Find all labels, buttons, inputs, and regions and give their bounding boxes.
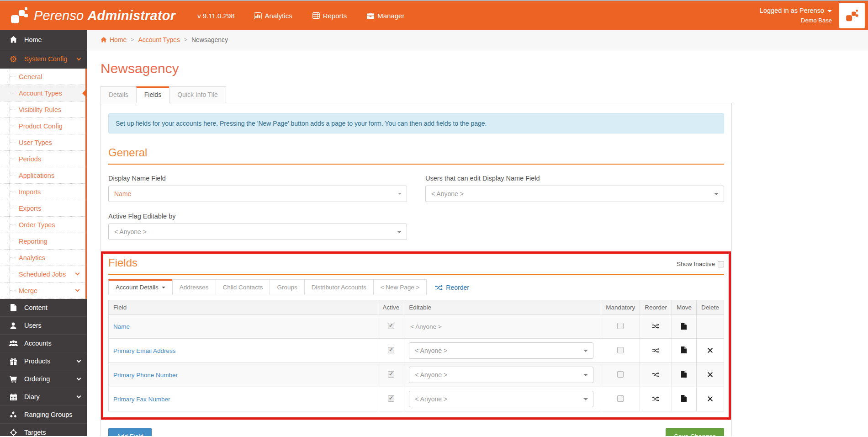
sidebar-item-users[interactable]: Users — [0, 317, 87, 335]
nav-reports[interactable]: Reports — [312, 12, 347, 20]
sidebar-item-user-types[interactable]: User Types — [0, 134, 85, 151]
sidebar-item-product-config[interactable]: Product Config — [0, 118, 85, 134]
editable-select[interactable]: < Anyone > — [409, 342, 593, 359]
reorder-pages-link[interactable]: Reorder — [435, 284, 469, 291]
show-inactive-checkbox[interactable] — [718, 261, 724, 267]
page-tab-new-page[interactable]: < New Page > — [373, 279, 427, 295]
sidebar-item-products[interactable]: Products — [0, 352, 87, 370]
active-flag-label: Active Flag Editable by — [108, 213, 407, 220]
reorder-row-button[interactable] — [652, 396, 659, 401]
sidebar-item-accounts[interactable]: Accounts — [0, 335, 87, 352]
sidebar-item-reporting[interactable]: Reporting — [0, 233, 85, 250]
breadcrumb-account-types[interactable]: Account Types — [138, 36, 180, 43]
brand-logo[interactable]: PerensoAdministrator — [9, 6, 175, 25]
general-form: Display Name Field Name Users that can e… — [108, 175, 724, 240]
user-icon — [8, 322, 19, 329]
sidebar-item-home[interactable]: Home — [0, 30, 87, 49]
reorder-row-button[interactable] — [652, 347, 659, 353]
version-label: v 9.11.0.298 — [197, 12, 234, 20]
sidebar-item-exports[interactable]: Exports — [0, 200, 85, 217]
nav-analytics[interactable]: Analytics — [254, 12, 292, 20]
login-block: Logged in as Perenso Demo Base — [760, 6, 832, 25]
sidebar-item-account-types[interactable]: Account Types — [0, 85, 85, 101]
sidebar-item-content[interactable]: Content — [0, 299, 87, 317]
page-tab-child-contacts[interactable]: Child Contacts — [216, 279, 270, 295]
user-menu-label: Logged in as Perenso — [760, 6, 824, 16]
page-tab-groups[interactable]: Groups — [270, 279, 304, 295]
sidebar-item-analytics[interactable]: Analytics — [0, 250, 85, 266]
app-switcher-tile[interactable] — [839, 3, 865, 28]
nav-manager[interactable]: Manager — [367, 12, 404, 20]
delete-row-button[interactable] — [708, 372, 713, 377]
sidebar-item-system-config[interactable]: ⚙ System Config — [0, 49, 87, 69]
user-menu[interactable]: Logged in as Perenso — [760, 6, 832, 16]
sidebar-item-ordering[interactable]: Ordering — [0, 370, 87, 388]
chevron-down-icon — [77, 376, 81, 380]
sidebar-item-general[interactable]: General — [0, 69, 85, 85]
page-tab-addresses[interactable]: Addresses — [172, 279, 216, 295]
sidebar-item-scheduled-jobs[interactable]: Scheduled Jobs — [0, 266, 85, 282]
fields-table: Field Active Editable Mandatory Reorder … — [108, 300, 724, 411]
reorder-row-button[interactable] — [652, 323, 659, 329]
home-icon — [101, 37, 107, 43]
sidebar-item-imports[interactable]: Imports — [0, 184, 85, 200]
sidebar-item-label: Home — [24, 36, 42, 43]
col-editable: Editable — [404, 300, 601, 315]
delete-row-button[interactable] — [708, 396, 713, 401]
sidebar-item-targets[interactable]: Targets — [0, 424, 87, 436]
sidebar-item-periods[interactable]: Periods — [0, 151, 85, 167]
select-caret-icon — [583, 398, 588, 400]
mandatory-checkbox[interactable] — [617, 371, 624, 378]
sidebar-item-applications[interactable]: Applications — [0, 167, 85, 184]
col-delete: Delete — [696, 300, 724, 315]
delete-row-button[interactable] — [708, 348, 713, 353]
tab-quick-info-tile[interactable]: Quick Info Tile — [169, 86, 226, 103]
add-field-button[interactable]: Add Field — [108, 428, 152, 436]
users-edit-select[interactable]: < Anyone > — [425, 186, 724, 202]
mandatory-checkbox[interactable] — [617, 395, 624, 402]
sidebar-item-ranging-groups[interactable]: Ranging Groups — [0, 406, 87, 424]
editable-select[interactable]: < Anyone > — [409, 391, 593, 407]
active-flag-select[interactable]: < Anyone > — [108, 224, 407, 240]
caret-down-icon — [162, 287, 165, 288]
field-link-name[interactable]: Name — [113, 323, 130, 330]
fields-heading-row: Fields Show Inactive — [108, 256, 724, 275]
main-content: Home > Account Types > Newsagency Newsag… — [87, 30, 868, 436]
app-title: PerensoAdministrator — [34, 8, 175, 23]
mandatory-checkbox[interactable] — [617, 323, 624, 329]
move-row-button[interactable] — [681, 371, 687, 378]
shuffle-icon — [435, 284, 443, 290]
show-inactive-toggle: Show Inactive — [677, 261, 724, 267]
page-tab-account-details[interactable]: Account Details — [108, 279, 173, 295]
editable-select[interactable]: < Anyone > — [409, 367, 593, 383]
sidebar-item-merge[interactable]: Merge — [0, 282, 85, 299]
save-changes-button[interactable]: Save Changes — [666, 428, 724, 436]
move-row-button[interactable] — [681, 323, 687, 330]
select-caret-icon — [714, 193, 719, 195]
field-link-primary-fax[interactable]: Primary Fax Number — [113, 396, 170, 403]
target-icon — [8, 429, 19, 436]
page-tab-distributor-accounts[interactable]: Distributor Accounts — [304, 279, 374, 295]
mandatory-checkbox[interactable] — [617, 347, 624, 353]
form-page-tabs: Account Details Addresses Child Contacts… — [108, 279, 724, 295]
tab-details[interactable]: Details — [101, 86, 137, 103]
top-right-area: Logged in as Perenso Demo Base — [760, 3, 868, 28]
sidebar-item-order-types[interactable]: Order Types — [0, 217, 85, 233]
reorder-row-button[interactable] — [652, 372, 659, 377]
base-name-label: Demo Base — [760, 16, 832, 25]
breadcrumb-home[interactable]: Home — [101, 36, 127, 43]
users-icon — [8, 340, 19, 346]
display-name-field-group: Display Name Field Name — [108, 175, 407, 202]
active-checkbox — [388, 347, 394, 353]
calendar-icon — [8, 394, 19, 400]
sidebar-item-visibility-rules[interactable]: Visibility Rules — [0, 101, 85, 118]
move-row-button[interactable] — [681, 395, 687, 402]
briefcase-icon — [367, 12, 374, 19]
field-link-primary-phone[interactable]: Primary Phone Number — [113, 372, 178, 378]
field-link-primary-email[interactable]: Primary Email Address — [113, 347, 176, 354]
move-row-button[interactable] — [681, 346, 687, 353]
active-checkbox — [388, 323, 394, 329]
display-name-field-select[interactable]: Name — [108, 186, 407, 202]
tab-fields[interactable]: Fields — [136, 86, 169, 103]
sidebar-item-diary[interactable]: Diary — [0, 388, 87, 406]
